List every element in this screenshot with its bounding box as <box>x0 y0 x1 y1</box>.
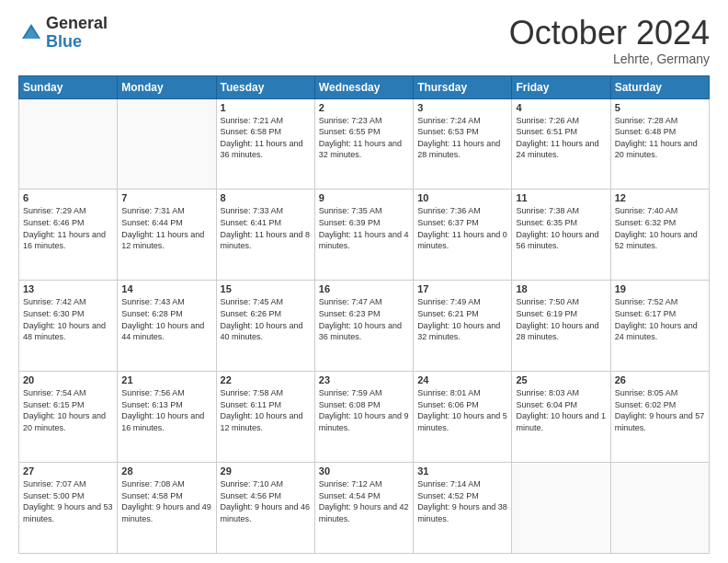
day-cell: 16Sunrise: 7:47 AM Sunset: 6:23 PM Dayli… <box>314 281 413 372</box>
day-cell: 26Sunrise: 8:05 AM Sunset: 6:02 PM Dayli… <box>610 372 709 463</box>
day-info: Sunrise: 7:12 AM Sunset: 4:54 PM Dayligh… <box>319 478 409 524</box>
day-info: Sunrise: 7:35 AM Sunset: 6:39 PM Dayligh… <box>319 205 409 251</box>
day-info: Sunrise: 7:43 AM Sunset: 6:28 PM Dayligh… <box>121 296 211 342</box>
day-info: Sunrise: 7:23 AM Sunset: 6:55 PM Dayligh… <box>319 115 409 161</box>
day-info: Sunrise: 7:56 AM Sunset: 6:13 PM Dayligh… <box>121 387 211 433</box>
week-row-5: 27Sunrise: 7:07 AM Sunset: 5:00 PM Dayli… <box>19 463 710 554</box>
day-number: 3 <box>417 102 507 113</box>
day-cell: 12Sunrise: 7:40 AM Sunset: 6:32 PM Dayli… <box>610 190 709 281</box>
day-number: 4 <box>516 102 606 113</box>
day-info: Sunrise: 7:07 AM Sunset: 5:00 PM Dayligh… <box>23 478 113 524</box>
day-info: Sunrise: 7:14 AM Sunset: 4:52 PM Dayligh… <box>417 478 507 524</box>
day-number: 22 <box>221 374 311 385</box>
day-number: 23 <box>319 374 409 385</box>
week-row-1: 1Sunrise: 7:21 AM Sunset: 6:58 PM Daylig… <box>19 98 710 190</box>
day-info: Sunrise: 7:08 AM Sunset: 4:58 PM Dayligh… <box>121 478 211 524</box>
col-monday: Monday <box>118 75 216 98</box>
logo: General Blue <box>18 15 108 52</box>
col-friday: Friday <box>512 75 610 98</box>
day-number: 14 <box>121 283 211 294</box>
day-info: Sunrise: 8:01 AM Sunset: 6:06 PM Dayligh… <box>417 387 507 433</box>
day-number: 2 <box>319 102 409 113</box>
header-row: Sunday Monday Tuesday Wednesday Thursday… <box>19 75 710 98</box>
day-cell: 15Sunrise: 7:45 AM Sunset: 6:26 PM Dayli… <box>216 281 314 372</box>
week-row-4: 20Sunrise: 7:54 AM Sunset: 6:15 PM Dayli… <box>19 372 710 463</box>
day-cell: 23Sunrise: 7:59 AM Sunset: 6:08 PM Dayli… <box>314 372 413 463</box>
col-wednesday: Wednesday <box>314 75 413 98</box>
day-number: 18 <box>516 283 606 294</box>
day-cell: 20Sunrise: 7:54 AM Sunset: 6:15 PM Dayli… <box>19 372 118 463</box>
day-cell: 24Sunrise: 8:01 AM Sunset: 6:06 PM Dayli… <box>414 372 512 463</box>
month-title: October 2024 <box>509 15 710 52</box>
location: Lehrte, Germany <box>509 52 710 66</box>
day-cell: 1Sunrise: 7:21 AM Sunset: 6:58 PM Daylig… <box>216 98 314 190</box>
calendar-table: Sunday Monday Tuesday Wednesday Thursday… <box>18 75 710 554</box>
day-cell: 29Sunrise: 7:10 AM Sunset: 4:56 PM Dayli… <box>216 463 314 554</box>
day-number: 11 <box>516 192 606 203</box>
col-thursday: Thursday <box>414 75 512 98</box>
day-number: 28 <box>121 465 211 477</box>
day-cell: 10Sunrise: 7:36 AM Sunset: 6:37 PM Dayli… <box>414 190 512 281</box>
day-number: 17 <box>417 283 507 294</box>
col-saturday: Saturday <box>610 75 709 98</box>
day-number: 25 <box>516 374 606 385</box>
day-info: Sunrise: 7:40 AM Sunset: 6:32 PM Dayligh… <box>615 205 705 251</box>
day-cell <box>19 98 118 190</box>
day-info: Sunrise: 7:59 AM Sunset: 6:08 PM Dayligh… <box>319 387 409 433</box>
day-info: Sunrise: 8:03 AM Sunset: 6:04 PM Dayligh… <box>516 387 606 433</box>
page: General Blue October 2024 Lehrte, German… <box>0 0 728 563</box>
day-cell: 25Sunrise: 8:03 AM Sunset: 6:04 PM Dayli… <box>512 372 610 463</box>
header: General Blue October 2024 Lehrte, German… <box>18 15 710 66</box>
day-info: Sunrise: 7:28 AM Sunset: 6:48 PM Dayligh… <box>615 115 705 161</box>
title-block: October 2024 Lehrte, Germany <box>509 15 710 66</box>
day-number: 29 <box>221 465 311 477</box>
week-row-2: 6Sunrise: 7:29 AM Sunset: 6:46 PM Daylig… <box>19 190 710 281</box>
day-cell: 11Sunrise: 7:38 AM Sunset: 6:35 PM Dayli… <box>512 190 610 281</box>
day-number: 7 <box>121 192 211 203</box>
day-info: Sunrise: 7:58 AM Sunset: 6:11 PM Dayligh… <box>221 387 311 433</box>
day-info: Sunrise: 7:10 AM Sunset: 4:56 PM Dayligh… <box>221 478 311 524</box>
day-cell: 18Sunrise: 7:50 AM Sunset: 6:19 PM Dayli… <box>512 281 610 372</box>
day-info: Sunrise: 7:47 AM Sunset: 6:23 PM Dayligh… <box>319 296 409 342</box>
day-number: 8 <box>221 192 311 203</box>
day-cell: 2Sunrise: 7:23 AM Sunset: 6:55 PM Daylig… <box>314 98 413 190</box>
day-cell: 31Sunrise: 7:14 AM Sunset: 4:52 PM Dayli… <box>414 463 512 554</box>
day-info: Sunrise: 7:50 AM Sunset: 6:19 PM Dayligh… <box>516 296 606 342</box>
day-number: 9 <box>319 192 409 203</box>
day-cell: 5Sunrise: 7:28 AM Sunset: 6:48 PM Daylig… <box>610 98 709 190</box>
day-cell: 17Sunrise: 7:49 AM Sunset: 6:21 PM Dayli… <box>414 281 512 372</box>
day-number: 27 <box>23 465 113 477</box>
day-info: Sunrise: 7:52 AM Sunset: 6:17 PM Dayligh… <box>615 296 705 342</box>
day-info: Sunrise: 7:33 AM Sunset: 6:41 PM Dayligh… <box>221 205 311 251</box>
day-cell: 30Sunrise: 7:12 AM Sunset: 4:54 PM Dayli… <box>314 463 413 554</box>
day-cell: 7Sunrise: 7:31 AM Sunset: 6:44 PM Daylig… <box>118 190 216 281</box>
day-number: 10 <box>417 192 507 203</box>
day-info: Sunrise: 7:29 AM Sunset: 6:46 PM Dayligh… <box>23 205 113 251</box>
day-number: 5 <box>615 102 705 113</box>
day-cell: 4Sunrise: 7:26 AM Sunset: 6:51 PM Daylig… <box>512 98 610 190</box>
day-number: 6 <box>23 192 113 203</box>
day-info: Sunrise: 7:26 AM Sunset: 6:51 PM Dayligh… <box>516 115 606 161</box>
logo-general: General <box>46 14 108 32</box>
day-cell: 9Sunrise: 7:35 AM Sunset: 6:39 PM Daylig… <box>314 190 413 281</box>
day-cell: 19Sunrise: 7:52 AM Sunset: 6:17 PM Dayli… <box>610 281 709 372</box>
week-row-3: 13Sunrise: 7:42 AM Sunset: 6:30 PM Dayli… <box>19 281 710 372</box>
day-info: Sunrise: 7:45 AM Sunset: 6:26 PM Dayligh… <box>221 296 311 342</box>
day-cell: 3Sunrise: 7:24 AM Sunset: 6:53 PM Daylig… <box>414 98 512 190</box>
col-tuesday: Tuesday <box>216 75 314 98</box>
logo-text: General Blue <box>46 15 108 52</box>
day-number: 15 <box>221 283 311 294</box>
day-number: 24 <box>417 374 507 385</box>
day-number: 16 <box>319 283 409 294</box>
day-info: Sunrise: 7:24 AM Sunset: 6:53 PM Dayligh… <box>417 115 507 161</box>
day-cell <box>118 98 216 190</box>
day-number: 20 <box>23 374 113 385</box>
day-cell <box>512 463 610 554</box>
day-cell: 14Sunrise: 7:43 AM Sunset: 6:28 PM Dayli… <box>118 281 216 372</box>
day-number: 12 <box>615 192 705 203</box>
day-info: Sunrise: 7:42 AM Sunset: 6:30 PM Dayligh… <box>23 296 113 342</box>
day-number: 26 <box>615 374 705 385</box>
day-number: 21 <box>121 374 211 385</box>
day-cell: 28Sunrise: 7:08 AM Sunset: 4:58 PM Dayli… <box>118 463 216 554</box>
day-info: Sunrise: 7:21 AM Sunset: 6:58 PM Dayligh… <box>221 115 311 161</box>
